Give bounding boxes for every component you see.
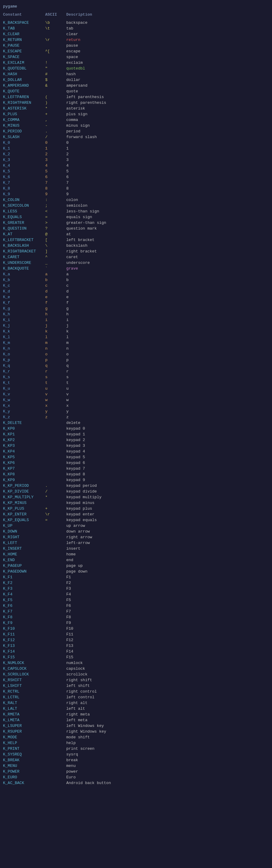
row-ascii: ( (45, 95, 66, 99)
table-row: K_999 (0, 191, 272, 197)
row-description: power (66, 769, 269, 774)
row-ascii: # (45, 72, 66, 76)
table-row: K_MINUS-minus sign (0, 123, 272, 128)
row-ascii: a (45, 272, 66, 277)
row-description: underscore (66, 260, 269, 265)
row-ascii: r (45, 369, 66, 374)
row-ascii: u (45, 386, 66, 391)
table-row: K_PAGEUPpage up (0, 563, 272, 569)
table-row: K_LALTleft alt (0, 706, 272, 712)
row-constant: K_KP_PERIOD (3, 484, 45, 488)
row-description: t (66, 381, 269, 385)
row-description: F8 (66, 615, 269, 619)
table-row: K_111 (0, 146, 272, 151)
row-ascii: < (45, 209, 66, 214)
row-description: hash (66, 72, 269, 76)
row-description: menu (66, 764, 269, 768)
table-row: K_666 (0, 174, 272, 180)
table-row: K_KP6keypad 6 (0, 460, 272, 466)
row-description: keypad 4 (66, 449, 269, 454)
table-row: K_HASH#hash (0, 71, 272, 77)
table-row: K_EUROEuro (0, 774, 272, 780)
table-row: K_LEFTBRACKET[left bracket (0, 237, 272, 243)
row-constant: K_i (3, 318, 45, 322)
row-ascii: \r (45, 512, 66, 517)
table-row: K_F12F12 (0, 637, 272, 643)
row-description: right control (66, 689, 269, 694)
row-constant: K_UP (3, 524, 45, 528)
table-row: K_F15F15 (0, 654, 272, 660)
table-row: K_qqq (0, 363, 272, 369)
row-constant: K_f (3, 301, 45, 305)
table-row: K_F13F13 (0, 643, 272, 649)
row-description: right Windows key (66, 729, 269, 734)
row-constant: K_k (3, 329, 45, 334)
row-description: print screen (66, 746, 269, 751)
row-description: clear (66, 32, 269, 36)
row-constant: K_AT (3, 232, 45, 237)
row-constant: K_HELP (3, 741, 45, 745)
table-row: K_KP5keypad 5 (0, 454, 272, 460)
row-ascii: + (45, 112, 66, 117)
row-constant: K_KP8 (3, 472, 45, 476)
table-row: K_QUOTEDBL"quotedbl (0, 66, 272, 71)
row-description: 7 (66, 181, 269, 185)
row-ascii: 5 (45, 169, 66, 174)
table-row: K_KP_PERIOD.keypad period (0, 483, 272, 489)
row-constant: K_y (3, 409, 45, 414)
row-description: F3 (66, 586, 269, 591)
row-constant: K_MENU (3, 764, 45, 768)
row-constant: K_F11 (3, 632, 45, 637)
row-constant: K_KP_MINUS (3, 501, 45, 505)
row-description: Euro (66, 775, 269, 779)
row-description: ampersand (66, 83, 269, 88)
row-constant: K_HOME (3, 552, 45, 557)
row-ascii: t (45, 381, 66, 385)
table-row: K_LCTRLleft control (0, 694, 272, 700)
table-row: K_888 (0, 186, 272, 191)
table-row: K_MENUmenu (0, 763, 272, 769)
row-constant: K_d (3, 289, 45, 293)
row-ascii: b (45, 278, 66, 282)
row-constant: K_COMMA (3, 118, 45, 122)
row-description: y (66, 409, 269, 414)
row-constant: K_v (3, 392, 45, 397)
row-ascii: / (45, 135, 66, 139)
row-constant: K_MODE (3, 735, 45, 740)
row-constant: K_z (3, 415, 45, 420)
row-description: s (66, 375, 269, 379)
row-constant: K_F14 (3, 649, 45, 654)
row-constant: K_KP4 (3, 449, 45, 454)
row-description: dollar (66, 78, 269, 82)
table-row: K_BACKSPACE\bbackspace (0, 20, 272, 26)
row-constant: K_GREATER (3, 220, 45, 225)
row-ascii: 2 (45, 152, 66, 156)
table-row: K_RIGHTPAREN)right parenthesis (0, 100, 272, 105)
row-description: d (66, 289, 269, 293)
row-constant: K_j (3, 323, 45, 328)
row-description: right arrow (66, 535, 269, 539)
row-constant: K_F2 (3, 581, 45, 585)
row-constant: K_SCROLLOCK (3, 672, 45, 677)
row-description: asterisk (66, 106, 269, 111)
row-constant: K_UNDERSCORE (3, 260, 45, 265)
row-description: left shift (66, 684, 269, 688)
row-constant: K_QUESTION (3, 226, 45, 231)
table-row: K_333 (0, 157, 272, 163)
row-description: keypad equals (66, 518, 269, 522)
row-constant: K_SLASH (3, 135, 45, 139)
row-description: keypad divide (66, 489, 269, 494)
row-description: v (66, 392, 269, 397)
row-constant: K_LALT (3, 707, 45, 711)
row-constant: K_ESCAPE (3, 49, 45, 54)
table-row: K_F10F10 (0, 626, 272, 631)
table-row: K_RALTright alt (0, 700, 272, 706)
table-row: K_F9F9 (0, 620, 272, 626)
table-header: Constant ASCII Description (0, 10, 272, 19)
row-description: keypad plus (66, 506, 269, 511)
table-row: K_LESS<less-than sign (0, 209, 272, 214)
row-ascii: : (45, 198, 66, 202)
row-constant: K_HASH (3, 72, 45, 76)
row-constant: K_KP_DIVIDE (3, 489, 45, 494)
row-description: insert (66, 546, 269, 551)
